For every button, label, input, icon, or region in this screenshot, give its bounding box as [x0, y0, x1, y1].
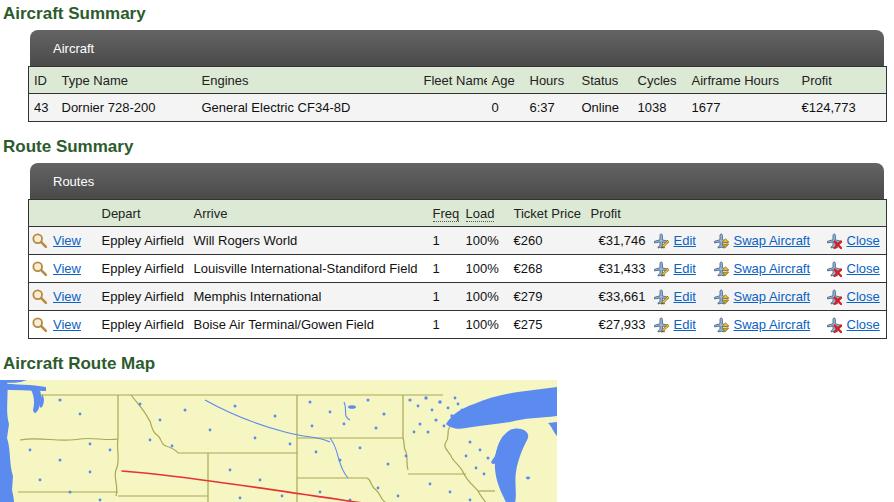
aircraft-panel: Aircraft ID Type Name Engines Fleet Name… — [28, 30, 886, 122]
route-ticket-price: €260 — [509, 227, 586, 255]
col-hours: Hours — [525, 67, 577, 94]
col-profit: Profit — [797, 67, 887, 94]
route-profit: €33,661 — [586, 283, 646, 311]
aircraft-panel-title: Aircraft — [53, 41, 94, 56]
close-plane-icon — [826, 261, 842, 277]
close-route-link[interactable]: Close — [847, 317, 880, 332]
magnifier-icon — [31, 260, 48, 277]
aircraft-profit: €124,773 — [797, 94, 887, 122]
route-depart: Eppley Airfield — [97, 255, 189, 283]
edit-plane-icon — [653, 289, 669, 305]
aircraft-fleet-name — [419, 94, 487, 122]
route-arrive: Will Rogers World — [189, 227, 428, 255]
swap-plane-icon — [713, 289, 729, 305]
route-freq: 1 — [428, 311, 461, 339]
route-map-heading: Aircraft Route Map — [3, 350, 894, 374]
col-ticket-price: Ticket Price — [509, 200, 586, 227]
routes-panel-titlebar: Routes — [30, 163, 884, 199]
route-ticket-price: €279 — [509, 283, 586, 311]
col-cycles: Cycles — [633, 67, 687, 94]
col-depart: Depart — [97, 200, 189, 227]
col-freq: Freq — [428, 200, 461, 227]
aircraft-status: Online — [577, 94, 633, 122]
route-load: 100% — [461, 255, 509, 283]
route-ticket-price: €275 — [509, 311, 586, 339]
route-freq: 1 — [428, 227, 461, 255]
close-route-link[interactable]: Close — [847, 233, 880, 248]
route-depart: Eppley Airfield — [97, 283, 189, 311]
aircraft-age: 0 — [487, 94, 525, 122]
swap-aircraft-link[interactable]: Swap Aircraft — [734, 289, 811, 304]
magnifier-icon — [31, 316, 48, 333]
aircraft-summary-heading: Aircraft Summary — [3, 0, 894, 24]
view-route-link[interactable]: View — [53, 289, 81, 304]
edit-plane-icon — [653, 317, 669, 333]
close-route-link[interactable]: Close — [847, 289, 880, 304]
route-load: 100% — [461, 283, 509, 311]
aircraft-table-header-row: ID Type Name Engines Fleet Name Age Hour… — [29, 67, 887, 94]
route-row: View Eppley Airfield Will Rogers World 1… — [29, 227, 887, 255]
aircraft-airframe-hours: 1677 — [687, 94, 797, 122]
route-load: 100% — [461, 311, 509, 339]
close-plane-icon — [826, 233, 842, 249]
route-profit: €31,746 — [586, 227, 646, 255]
edit-route-link[interactable]: Edit — [674, 289, 696, 304]
aircraft-hours: 6:37 — [525, 94, 577, 122]
aircraft-type-name: Dornier 728-200 — [57, 94, 197, 122]
swap-aircraft-link[interactable]: Swap Aircraft — [734, 233, 811, 248]
route-map-image — [0, 380, 557, 502]
swap-plane-icon — [713, 261, 729, 277]
edit-plane-icon — [653, 233, 669, 249]
close-route-link[interactable]: Close — [847, 261, 880, 276]
aircraft-engines: General Electric CF34-8D — [197, 94, 419, 122]
col-age: Age — [487, 67, 525, 94]
col-view — [29, 200, 97, 227]
route-freq: 1 — [428, 283, 461, 311]
close-plane-icon — [826, 317, 842, 333]
route-profit: €31,433 — [586, 255, 646, 283]
col-engines: Engines — [197, 67, 419, 94]
aircraft-row: 43 Dornier 728-200 General Electric CF34… — [29, 94, 887, 122]
aircraft-table: ID Type Name Engines Fleet Name Age Hour… — [28, 66, 887, 122]
magnifier-icon — [31, 232, 48, 249]
view-route-link[interactable]: View — [53, 233, 81, 248]
route-ticket-price: €268 — [509, 255, 586, 283]
aircraft-cycles: 1038 — [633, 94, 687, 122]
route-depart: Eppley Airfield — [97, 227, 189, 255]
swap-plane-icon — [713, 317, 729, 333]
route-row: View Eppley Airfield Memphis Internation… — [29, 283, 887, 311]
view-route-link[interactable]: View — [53, 261, 81, 276]
route-summary-heading: Route Summary — [3, 133, 894, 157]
route-arrive: Boise Air Terminal/Gowen Field — [189, 311, 428, 339]
col-airframe-hours: Airframe Hours — [687, 67, 797, 94]
route-row: View Eppley Airfield Louisville Internat… — [29, 255, 887, 283]
route-load: 100% — [461, 227, 509, 255]
routes-panel: Routes Depart Arrive Freq Load Ticket Pr… — [28, 163, 886, 339]
edit-route-link[interactable]: Edit — [674, 233, 696, 248]
route-depart: Eppley Airfield — [97, 311, 189, 339]
route-row: View Eppley Airfield Boise Air Terminal/… — [29, 311, 887, 339]
col-id: ID — [29, 67, 57, 94]
route-profit: €27,933 — [586, 311, 646, 339]
edit-route-link[interactable]: Edit — [674, 261, 696, 276]
route-freq: 1 — [428, 255, 461, 283]
edit-plane-icon — [653, 261, 669, 277]
close-plane-icon — [826, 289, 842, 305]
swap-aircraft-link[interactable]: Swap Aircraft — [734, 261, 811, 276]
routes-table: Depart Arrive Freq Load Ticket Price Pro… — [28, 199, 887, 339]
swap-aircraft-link[interactable]: Swap Aircraft — [734, 317, 811, 332]
aircraft-id: 43 — [29, 94, 57, 122]
view-route-link[interactable]: View — [53, 317, 81, 332]
col-arrive: Arrive — [189, 200, 428, 227]
edit-route-link[interactable]: Edit — [674, 317, 696, 332]
magnifier-icon — [31, 288, 48, 305]
route-arrive: Memphis International — [189, 283, 428, 311]
col-fleet-name: Fleet Name — [419, 67, 487, 94]
col-status: Status — [577, 67, 633, 94]
col-type-name: Type Name — [57, 67, 197, 94]
col-load: Load — [461, 200, 509, 227]
col-route-profit: Profit — [586, 200, 646, 227]
route-map — [0, 380, 894, 502]
aircraft-panel-titlebar: Aircraft — [30, 30, 884, 66]
route-arrive: Louisville International-Standiford Fiel… — [189, 255, 428, 283]
